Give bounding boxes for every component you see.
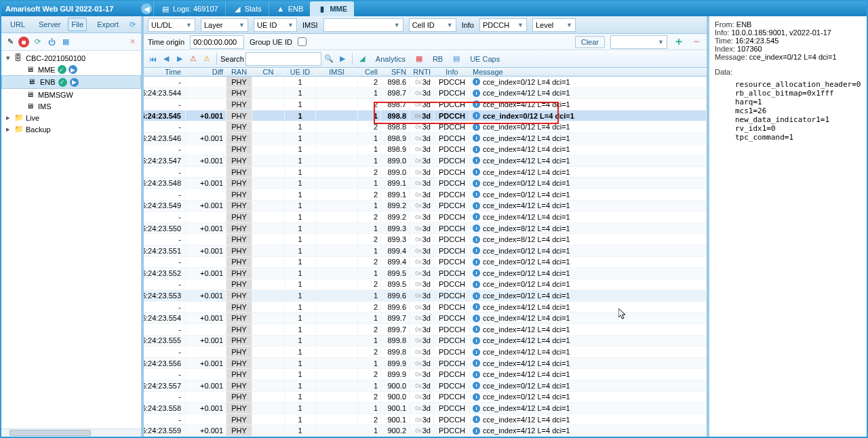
log-row[interactable]: -PHY11898.90x3dPDCCHicce_index=4/12 L=4 … — [144, 144, 707, 156]
cellid-select[interactable]: Cell ID▼ — [409, 18, 456, 32]
log-row[interactable]: -PHY12899.60x3dPDCCHicce_index=4/12 L=4 … — [144, 302, 707, 313]
server-button[interactable]: Server — [33, 18, 66, 31]
col-ue-id[interactable]: UE ID — [285, 68, 316, 76]
log-row[interactable]: -PHY12900.10x3dPDCCHicce_index=4/12 L=4 … — [144, 414, 707, 426]
log-row[interactable]: 16:24:23.548+0.001PHY11899.10x3dPDCCHicc… — [144, 178, 707, 189]
log-row[interactable]: 16:24:23.554+0.001PHY11899.70x3dPDCCHicc… — [144, 313, 707, 324]
tab-logs-[interactable]: ▤Logs: 469107 — [153, 1, 225, 16]
log-row[interactable]: -PHY12899.90x3dPDCCHicce_index=4/12 L=4 … — [144, 369, 707, 380]
layer-select[interactable]: Layer▼ — [201, 18, 248, 32]
col-sfn[interactable]: SFN — [381, 68, 410, 76]
imsi-select[interactable]: ▼ — [323, 18, 403, 32]
log-row[interactable]: -PHY12898.60x3dPDCCHicce_index=0/12 L=4 … — [144, 77, 707, 88]
log-row[interactable]: -PHY12899.70x3dPDCCHicce_index=4/12 L=4 … — [144, 324, 707, 336]
warn-icon[interactable]: ⚠ — [187, 53, 199, 65]
warn2-icon[interactable]: ⚠ — [201, 53, 213, 65]
col-time[interactable]: Time — [144, 68, 186, 76]
log-row[interactable]: 16:24:23.555+0.001PHY11899.80x3dPDCCHicc… — [144, 336, 707, 347]
twist-icon[interactable]: ▸ — [4, 125, 12, 134]
tree-item-enb[interactable]: 🖥ENB✓▶ — [1, 75, 141, 89]
ueid-select[interactable]: UE ID▼ — [254, 18, 297, 32]
search-next-icon[interactable]: ▶ — [336, 53, 349, 65]
log-row[interactable]: -PHY12899.00x3dPDCCHicce_index=4/12 L=4 … — [144, 167, 707, 178]
add-icon[interactable]: ＋ — [673, 36, 685, 48]
col-info[interactable]: Info — [434, 68, 471, 76]
mme-icon: ▮ — [317, 4, 327, 14]
info-select[interactable]: PDCCH▼ — [479, 18, 527, 32]
collapse-left-icon[interactable]: ◀ — [141, 3, 152, 14]
log-row[interactable]: 16:24:23.546+0.001PHY11898.90x3dPDCCHicc… — [144, 133, 707, 144]
wand-icon[interactable]: ✎ — [4, 36, 16, 48]
tab-mme[interactable]: ▮MME — [310, 1, 354, 16]
analytics-button[interactable]: Analytics — [370, 53, 412, 65]
tree-icon: 🗄 — [14, 54, 24, 63]
col-diff[interactable]: Diff — [186, 68, 226, 76]
log-row[interactable]: 16:24:23.553+0.001PHY11899.60x3dPDCCHicc… — [144, 290, 707, 302]
uecaps-button[interactable]: UE Caps — [464, 53, 506, 65]
log-row[interactable]: 16:24:23.550+0.001PHY11899.30x3dPDCCHicc… — [144, 223, 707, 235]
tree-item-mbmsgw[interactable]: 🖥MBMSGW — [1, 89, 141, 100]
group-ueid-checkbox[interactable] — [298, 37, 307, 46]
log-row[interactable]: 16:24:23.551+0.001PHY11899.40x3dPDCCHicc… — [144, 245, 707, 257]
tree[interactable]: ▾🗄CBC-2021050100🖥MME✓▶🖥ENB✓▶🖥MBMSGW🖥IMS▸… — [1, 51, 141, 429]
log-row[interactable]: 16:24:23.547+0.001PHY11899.00x3dPDCCHicc… — [144, 155, 707, 167]
log-row[interactable]: -PHY12899.40x3dPDCCHicce_index=0/12 L=4 … — [144, 257, 707, 268]
nav-prev-icon[interactable]: ◀ — [160, 53, 172, 65]
search-input[interactable] — [245, 52, 321, 66]
refresh-icon[interactable]: ⟳ — [126, 18, 138, 31]
log-row[interactable]: 16:24:23.559+0.001PHY11900.20x3dPDCCHicc… — [144, 425, 707, 437]
log-row[interactable]: 16:24:23.558+0.001PHY11900.10x3dPDCCHicc… — [144, 403, 707, 414]
log-row[interactable]: -PHY12899.80x3dPDCCHicce_index=4/12 L=4 … — [144, 346, 707, 358]
stop-icon[interactable]: ■ — [18, 37, 29, 47]
reload-icon[interactable]: ⟳ — [31, 36, 43, 48]
log-row[interactable]: 16:24:23.549+0.001PHY11899.20x3dPDCCHicc… — [144, 201, 707, 212]
tree-item-cbc-2021050100[interactable]: ▾🗄CBC-2021050100 — [1, 52, 141, 64]
log-row[interactable]: 16:24:23.556+0.001PHY11899.90x3dPDCCHicc… — [144, 358, 707, 370]
clear-button[interactable]: Clear — [575, 36, 605, 48]
col-cn[interactable]: CN — [252, 68, 285, 76]
close-panel-icon[interactable]: ✕ — [126, 36, 138, 48]
url-button[interactable]: URL — [4, 18, 31, 31]
log-row[interactable]: 16:24:23.552+0.001PHY11899.50x3dPDCCHicc… — [144, 268, 707, 279]
col-cell[interactable]: Cell — [358, 68, 381, 76]
col-message[interactable]: Message — [471, 68, 707, 76]
twist-icon[interactable]: ▾ — [4, 54, 12, 62]
twist-icon[interactable]: ▸ — [4, 113, 12, 122]
col-rnti[interactable]: RNTI — [410, 68, 434, 76]
log-row[interactable]: 16:24:23.545+0.001PHY11898.80x3dPDCCHicc… — [144, 111, 707, 122]
left-hscroll[interactable] — [1, 429, 141, 437]
log-grid[interactable]: TimeDiffRANCNUE IDIMSICellSFNRNTIInfoMes… — [144, 68, 707, 437]
log-row[interactable]: 16:24:23.544PHY11898.70x3dPDCCHicce_inde… — [144, 88, 707, 100]
terminal-icon[interactable]: ▦ — [60, 36, 72, 48]
remove-icon[interactable]: － — [690, 36, 703, 48]
col-imsi[interactable]: IMSI — [316, 68, 358, 76]
rb-button[interactable]: RB — [427, 53, 449, 65]
log-row[interactable]: -PHY12899.10x3dPDCCHicce_index=0/12 L=4 … — [144, 189, 707, 201]
binoculars-icon[interactable]: 🔍 — [323, 53, 335, 65]
nav-next-icon[interactable]: ▶ — [174, 53, 186, 65]
log-row[interactable]: 16:24:23.557+0.001PHY11900.00x3dPDCCHicc… — [144, 380, 707, 392]
export-button[interactable]: Export — [91, 18, 125, 31]
tree-item-ims[interactable]: 🖥IMS — [1, 100, 141, 112]
stats-icon: ◢ — [233, 4, 242, 14]
level-select[interactable]: Level▼ — [532, 18, 576, 32]
tree-item-mme[interactable]: 🖥MME✓▶ — [1, 64, 141, 75]
log-row[interactable]: -PHY12900.00x3dPDCCHicce_index=0/12 L=4 … — [144, 392, 707, 403]
file-button[interactable]: File — [68, 18, 87, 31]
nav-first-icon[interactable]: ⏮ — [146, 53, 159, 65]
tab-stats[interactable]: ◢Stats — [225, 1, 269, 16]
time-origin-input[interactable] — [190, 35, 244, 49]
tab-enb[interactable]: ▲ENB — [269, 1, 311, 16]
log-row[interactable]: -PHY12899.20x3dPDCCHicce_index=4/12 L=4 … — [144, 212, 707, 223]
log-row[interactable]: -PHY12899.50x3dPDCCHicce_index=0/12 L=4 … — [144, 279, 707, 291]
profile-select[interactable]: ▼ — [610, 35, 667, 49]
log-row[interactable]: -PHY12898.80x3dPDCCHicce_index=0/12 L=4 … — [144, 121, 707, 133]
uldl-select[interactable]: UL/DL▼ — [148, 18, 195, 32]
tree-item-backup[interactable]: ▸📁Backup — [1, 123, 141, 135]
power-icon[interactable]: ⏻ — [45, 36, 58, 48]
log-row[interactable]: -PHY12898.70x3dPDCCHicce_index=4/12 L=4 … — [144, 99, 707, 111]
info-icon: i — [473, 405, 480, 412]
tree-item-live[interactable]: ▸📁Live — [1, 112, 141, 123]
log-row[interactable]: -PHY12899.30x3dPDCCHicce_index=8/12 L=4 … — [144, 234, 707, 245]
col-ran[interactable]: RAN — [226, 68, 252, 76]
